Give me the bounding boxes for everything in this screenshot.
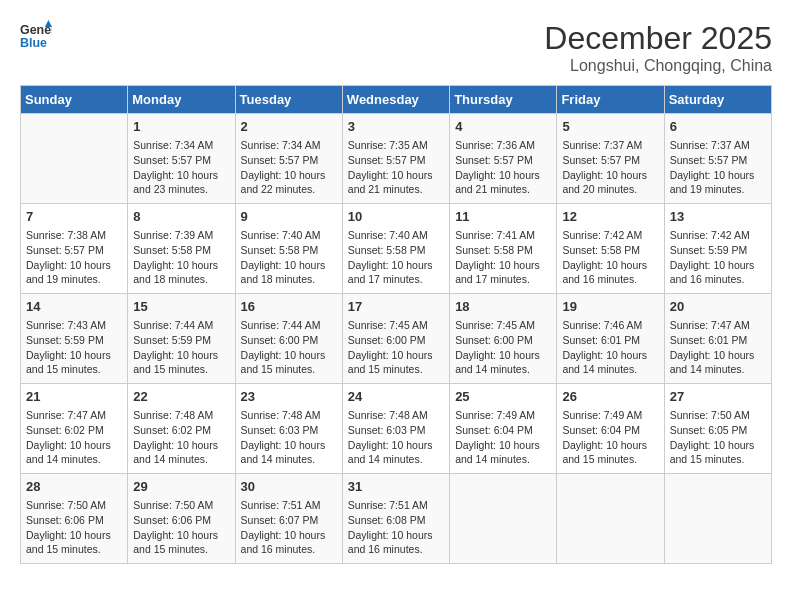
day-info: Sunrise: 7:36 AM Sunset: 5:57 PM Dayligh… xyxy=(455,138,551,197)
day-info: Sunrise: 7:51 AM Sunset: 6:08 PM Dayligh… xyxy=(348,498,444,557)
day-info: Sunrise: 7:42 AM Sunset: 5:58 PM Dayligh… xyxy=(562,228,658,287)
day-number: 21 xyxy=(26,388,122,406)
calendar-day-cell: 8Sunrise: 7:39 AM Sunset: 5:58 PM Daylig… xyxy=(128,204,235,294)
day-number: 10 xyxy=(348,208,444,226)
day-number: 8 xyxy=(133,208,229,226)
day-number: 6 xyxy=(670,118,766,136)
day-info: Sunrise: 7:40 AM Sunset: 5:58 PM Dayligh… xyxy=(241,228,337,287)
calendar-day-cell: 22Sunrise: 7:48 AM Sunset: 6:02 PM Dayli… xyxy=(128,384,235,474)
day-number: 2 xyxy=(241,118,337,136)
calendar-day-cell: 31Sunrise: 7:51 AM Sunset: 6:08 PM Dayli… xyxy=(342,474,449,564)
weekday-header-cell: Thursday xyxy=(450,86,557,114)
day-info: Sunrise: 7:35 AM Sunset: 5:57 PM Dayligh… xyxy=(348,138,444,197)
calendar-day-cell: 26Sunrise: 7:49 AM Sunset: 6:04 PM Dayli… xyxy=(557,384,664,474)
weekday-header-cell: Wednesday xyxy=(342,86,449,114)
calendar-day-cell: 11Sunrise: 7:41 AM Sunset: 5:58 PM Dayli… xyxy=(450,204,557,294)
day-info: Sunrise: 7:48 AM Sunset: 6:03 PM Dayligh… xyxy=(241,408,337,467)
header: General Blue December 2025 Longshui, Cho… xyxy=(20,20,772,75)
calendar-day-cell: 7Sunrise: 7:38 AM Sunset: 5:57 PM Daylig… xyxy=(21,204,128,294)
calendar-day-cell: 13Sunrise: 7:42 AM Sunset: 5:59 PM Dayli… xyxy=(664,204,771,294)
day-info: Sunrise: 7:50 AM Sunset: 6:06 PM Dayligh… xyxy=(133,498,229,557)
day-number: 12 xyxy=(562,208,658,226)
calendar-day-cell: 24Sunrise: 7:48 AM Sunset: 6:03 PM Dayli… xyxy=(342,384,449,474)
day-number: 26 xyxy=(562,388,658,406)
weekday-header-row: SundayMondayTuesdayWednesdayThursdayFrid… xyxy=(21,86,772,114)
day-number: 17 xyxy=(348,298,444,316)
calendar-week-row: 21Sunrise: 7:47 AM Sunset: 6:02 PM Dayli… xyxy=(21,384,772,474)
title-area: December 2025 Longshui, Chongqing, China xyxy=(544,20,772,75)
day-number: 1 xyxy=(133,118,229,136)
weekday-header-cell: Friday xyxy=(557,86,664,114)
day-number: 28 xyxy=(26,478,122,496)
day-number: 4 xyxy=(455,118,551,136)
day-info: Sunrise: 7:49 AM Sunset: 6:04 PM Dayligh… xyxy=(455,408,551,467)
day-number: 15 xyxy=(133,298,229,316)
day-info: Sunrise: 7:43 AM Sunset: 5:59 PM Dayligh… xyxy=(26,318,122,377)
day-number: 16 xyxy=(241,298,337,316)
day-info: Sunrise: 7:47 AM Sunset: 6:01 PM Dayligh… xyxy=(670,318,766,377)
day-number: 18 xyxy=(455,298,551,316)
location-subtitle: Longshui, Chongqing, China xyxy=(544,57,772,75)
day-info: Sunrise: 7:46 AM Sunset: 6:01 PM Dayligh… xyxy=(562,318,658,377)
day-info: Sunrise: 7:34 AM Sunset: 5:57 PM Dayligh… xyxy=(133,138,229,197)
calendar-day-cell: 27Sunrise: 7:50 AM Sunset: 6:05 PM Dayli… xyxy=(664,384,771,474)
day-number: 23 xyxy=(241,388,337,406)
day-info: Sunrise: 7:37 AM Sunset: 5:57 PM Dayligh… xyxy=(670,138,766,197)
day-info: Sunrise: 7:47 AM Sunset: 6:02 PM Dayligh… xyxy=(26,408,122,467)
weekday-header-cell: Saturday xyxy=(664,86,771,114)
day-number: 24 xyxy=(348,388,444,406)
day-number: 30 xyxy=(241,478,337,496)
day-info: Sunrise: 7:49 AM Sunset: 6:04 PM Dayligh… xyxy=(562,408,658,467)
calendar-day-cell xyxy=(21,114,128,204)
calendar-day-cell xyxy=(557,474,664,564)
weekday-header-cell: Monday xyxy=(128,86,235,114)
calendar-week-row: 28Sunrise: 7:50 AM Sunset: 6:06 PM Dayli… xyxy=(21,474,772,564)
calendar-day-cell: 19Sunrise: 7:46 AM Sunset: 6:01 PM Dayli… xyxy=(557,294,664,384)
calendar-day-cell: 17Sunrise: 7:45 AM Sunset: 6:00 PM Dayli… xyxy=(342,294,449,384)
day-info: Sunrise: 7:42 AM Sunset: 5:59 PM Dayligh… xyxy=(670,228,766,287)
calendar-day-cell: 23Sunrise: 7:48 AM Sunset: 6:03 PM Dayli… xyxy=(235,384,342,474)
day-number: 19 xyxy=(562,298,658,316)
day-info: Sunrise: 7:50 AM Sunset: 6:06 PM Dayligh… xyxy=(26,498,122,557)
day-number: 31 xyxy=(348,478,444,496)
calendar-day-cell: 5Sunrise: 7:37 AM Sunset: 5:57 PM Daylig… xyxy=(557,114,664,204)
calendar-day-cell: 20Sunrise: 7:47 AM Sunset: 6:01 PM Dayli… xyxy=(664,294,771,384)
day-number: 25 xyxy=(455,388,551,406)
calendar-day-cell: 29Sunrise: 7:50 AM Sunset: 6:06 PM Dayli… xyxy=(128,474,235,564)
calendar-day-cell: 25Sunrise: 7:49 AM Sunset: 6:04 PM Dayli… xyxy=(450,384,557,474)
day-info: Sunrise: 7:38 AM Sunset: 5:57 PM Dayligh… xyxy=(26,228,122,287)
day-info: Sunrise: 7:51 AM Sunset: 6:07 PM Dayligh… xyxy=(241,498,337,557)
calendar-day-cell: 14Sunrise: 7:43 AM Sunset: 5:59 PM Dayli… xyxy=(21,294,128,384)
day-number: 27 xyxy=(670,388,766,406)
day-number: 29 xyxy=(133,478,229,496)
svg-text:Blue: Blue xyxy=(20,36,47,50)
calendar-week-row: 14Sunrise: 7:43 AM Sunset: 5:59 PM Dayli… xyxy=(21,294,772,384)
calendar-day-cell: 18Sunrise: 7:45 AM Sunset: 6:00 PM Dayli… xyxy=(450,294,557,384)
logo-icon: General Blue xyxy=(20,20,52,52)
day-info: Sunrise: 7:50 AM Sunset: 6:05 PM Dayligh… xyxy=(670,408,766,467)
calendar-day-cell: 15Sunrise: 7:44 AM Sunset: 5:59 PM Dayli… xyxy=(128,294,235,384)
calendar-day-cell xyxy=(664,474,771,564)
calendar-day-cell: 1Sunrise: 7:34 AM Sunset: 5:57 PM Daylig… xyxy=(128,114,235,204)
logo: General Blue xyxy=(20,20,52,52)
weekday-header-cell: Tuesday xyxy=(235,86,342,114)
calendar-week-row: 7Sunrise: 7:38 AM Sunset: 5:57 PM Daylig… xyxy=(21,204,772,294)
day-info: Sunrise: 7:48 AM Sunset: 6:03 PM Dayligh… xyxy=(348,408,444,467)
calendar-day-cell: 6Sunrise: 7:37 AM Sunset: 5:57 PM Daylig… xyxy=(664,114,771,204)
day-info: Sunrise: 7:48 AM Sunset: 6:02 PM Dayligh… xyxy=(133,408,229,467)
calendar-day-cell: 30Sunrise: 7:51 AM Sunset: 6:07 PM Dayli… xyxy=(235,474,342,564)
day-info: Sunrise: 7:41 AM Sunset: 5:58 PM Dayligh… xyxy=(455,228,551,287)
calendar-day-cell: 28Sunrise: 7:50 AM Sunset: 6:06 PM Dayli… xyxy=(21,474,128,564)
calendar-day-cell: 16Sunrise: 7:44 AM Sunset: 6:00 PM Dayli… xyxy=(235,294,342,384)
calendar-day-cell: 12Sunrise: 7:42 AM Sunset: 5:58 PM Dayli… xyxy=(557,204,664,294)
day-info: Sunrise: 7:39 AM Sunset: 5:58 PM Dayligh… xyxy=(133,228,229,287)
day-info: Sunrise: 7:45 AM Sunset: 6:00 PM Dayligh… xyxy=(455,318,551,377)
day-info: Sunrise: 7:40 AM Sunset: 5:58 PM Dayligh… xyxy=(348,228,444,287)
calendar-table: SundayMondayTuesdayWednesdayThursdayFrid… xyxy=(20,85,772,564)
day-info: Sunrise: 7:44 AM Sunset: 5:59 PM Dayligh… xyxy=(133,318,229,377)
day-number: 20 xyxy=(670,298,766,316)
day-number: 14 xyxy=(26,298,122,316)
day-info: Sunrise: 7:44 AM Sunset: 6:00 PM Dayligh… xyxy=(241,318,337,377)
calendar-day-cell: 21Sunrise: 7:47 AM Sunset: 6:02 PM Dayli… xyxy=(21,384,128,474)
calendar-day-cell: 2Sunrise: 7:34 AM Sunset: 5:57 PM Daylig… xyxy=(235,114,342,204)
